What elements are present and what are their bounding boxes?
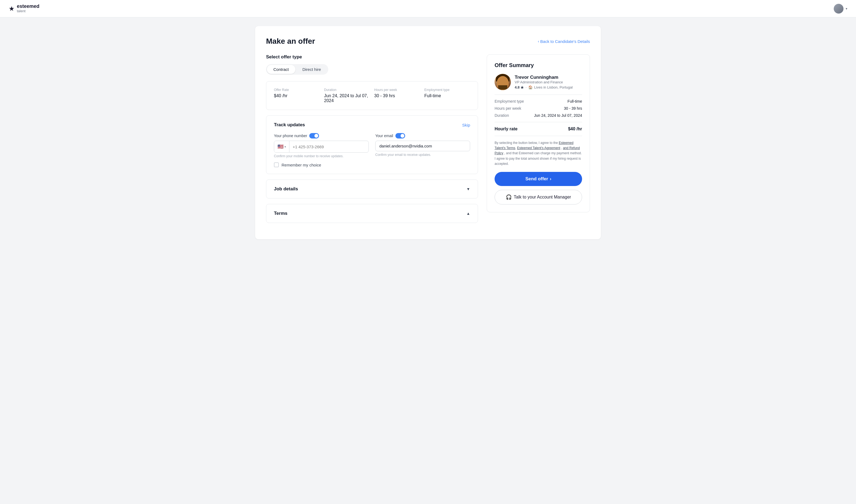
terms-link-2[interactable]: Esteemed Talent's Agreement <box>517 146 560 150</box>
separator: · <box>526 85 527 89</box>
rating-value: 4.8 <box>515 85 520 89</box>
summary-duration-value: Jun 24, 2024 to Jul 07, 2024 <box>534 113 582 118</box>
employment-type-value: Full-time <box>424 93 470 98</box>
candidate-row: Trevor Cunningham VP Administration and … <box>494 74 582 90</box>
logo-esteemed-label: esteemed <box>17 4 39 9</box>
logo: ★ esteemed talent <box>9 4 39 13</box>
email-toggle-switch[interactable] <box>396 133 405 139</box>
track-fields-row: Your phone number 🇺🇸 ▾ Confirm your <box>274 133 470 158</box>
candidate-name: Trevor Cunningham <box>515 75 573 80</box>
back-chevron-icon: ‹ <box>538 39 539 43</box>
phone-hint: Confirm your mobile number to receive up… <box>274 154 369 158</box>
offer-type-toggle-group: Contract Direct hire <box>266 64 328 75</box>
offer-details-box: Offer Rate $40 /hr Duration Jun 24, 2024… <box>266 81 478 110</box>
candidate-info: Trevor Cunningham VP Administration and … <box>515 75 573 90</box>
terms-text-4: , and that Esteemed can charge my paymen… <box>494 151 582 165</box>
account-manager-button[interactable]: 🎧 Talk to your Account Manager <box>494 190 582 204</box>
track-updates-header: Track updates Skip <box>274 122 470 128</box>
offer-summary-panel: Offer Summary Trevor Cunningham VP Admin… <box>487 54 590 212</box>
summary-duration-label: Duration <box>494 113 509 118</box>
candidate-avatar-inner <box>494 74 511 90</box>
terms-header[interactable]: Terms ▲ <box>274 211 470 216</box>
back-to-candidate-link[interactable]: ‹ Back to Candidate's Details <box>538 39 590 44</box>
offer-summary-title: Offer Summary <box>494 62 582 68</box>
terms-collapse-icon: ▲ <box>466 211 470 216</box>
remember-choice-checkbox[interactable] <box>274 162 279 167</box>
offer-rate-label: Offer Rate <box>274 88 320 92</box>
summary-rate-label: Hourly rate <box>494 127 518 131</box>
star-icon: ★ <box>520 85 524 90</box>
header: ★ esteemed talent ▾ <box>0 0 856 17</box>
email-field-label: Your email <box>375 133 393 138</box>
job-details-header[interactable]: Job details ▼ <box>274 186 470 192</box>
left-column: Select offer type Contract Direct hire O… <box>266 54 478 228</box>
skip-link[interactable]: Skip <box>462 123 470 127</box>
summary-hours-value: 30 - 39 hrs <box>564 106 582 110</box>
hours-value: 30 - 39 hrs <box>374 93 420 98</box>
summary-hours-label: Hours per week <box>494 106 521 110</box>
logo-talent-label: talent <box>17 9 39 13</box>
summary-employment-label: Employment type <box>494 99 524 104</box>
email-hint: Confirm your email to receive updates. <box>375 153 470 157</box>
summary-hours-row: Hours per week 30 - 39 hrs <box>494 106 582 110</box>
phone-toggle-switch[interactable] <box>309 133 319 139</box>
offer-rate-value: $40 /hr <box>274 93 320 98</box>
job-details-section: Job details ▼ <box>266 180 478 198</box>
summary-employment-row: Employment type Full-time <box>494 99 582 104</box>
employment-type-label: Employment type <box>424 88 470 92</box>
email-label-row: Your email <box>375 133 470 139</box>
main-card: Make an offer ‹ Back to Candidate's Deta… <box>255 26 601 239</box>
divider-1 <box>494 94 582 95</box>
candidate-rating: 4.8 ★ <box>515 85 524 90</box>
track-updates-title: Track updates <box>274 122 305 128</box>
divider-3 <box>494 136 582 136</box>
candidate-location: Lives in Lisbon, Portugal <box>534 85 573 89</box>
terms-text-3: , <box>561 146 563 150</box>
avatar <box>834 4 843 14</box>
job-details-title: Job details <box>274 186 298 192</box>
summary-employment-value: Full-time <box>567 99 582 104</box>
page-title: Make an offer <box>266 37 315 46</box>
employment-type-item: Employment type Full-time <box>424 88 470 103</box>
phone-input-wrapper: 🇺🇸 ▾ <box>274 141 369 152</box>
remember-choice-label: Remember my choice <box>281 163 321 167</box>
candidate-meta: 4.8 ★ · 🏠 Lives in Lisbon, Portugal <box>515 85 573 90</box>
direct-hire-toggle-button[interactable]: Direct hire <box>296 65 328 74</box>
logo-text: esteemed talent <box>17 4 39 13</box>
phone-flag-selector[interactable]: 🇺🇸 ▾ <box>274 141 290 152</box>
track-updates-section: Track updates Skip Your phone number <box>266 115 478 174</box>
candidate-role: VP Administration and Finance <box>515 80 573 84</box>
offer-type-section: Select offer type Contract Direct hire <box>266 54 478 75</box>
terms-agreement-text: By selecting the button below, I agree t… <box>494 140 582 166</box>
logo-star-icon: ★ <box>9 5 15 13</box>
offer-rate-item: Offer Rate $40 /hr <box>274 88 320 103</box>
content-layout: Select offer type Contract Direct hire O… <box>266 54 590 228</box>
hours-item: Hours per week 30 - 39 hrs <box>374 88 420 103</box>
divider-2 <box>494 122 582 122</box>
phone-field-label: Your phone number <box>274 133 307 138</box>
contract-toggle-button[interactable]: Contract <box>267 65 295 74</box>
location-icon: 🏠 <box>528 85 532 89</box>
phone-label-row: Your phone number <box>274 133 369 139</box>
user-menu[interactable]: ▾ <box>834 4 847 14</box>
duration-item: Duration Jun 24, 2024 to Jul 07, 2024 <box>324 88 370 103</box>
email-input[interactable] <box>375 141 470 151</box>
phone-input[interactable] <box>290 142 368 152</box>
hours-label: Hours per week <box>374 88 420 92</box>
account-manager-label: Talk to your Account Manager <box>514 195 571 200</box>
email-field-group: Your email Confirm your email to receive… <box>375 133 470 158</box>
send-offer-button[interactable]: Send offer › <box>494 172 582 186</box>
us-flag-icon: 🇺🇸 <box>277 144 283 150</box>
duration-label: Duration <box>324 88 370 92</box>
offer-type-label: Select offer type <box>266 54 478 60</box>
terms-section: Terms ▲ <box>266 204 478 223</box>
phone-field-group: Your phone number 🇺🇸 ▾ Confirm your <box>274 133 369 158</box>
summary-rate-row: Hourly rate $40 /hr <box>494 127 582 131</box>
phone-flag-chevron-icon: ▾ <box>284 145 286 148</box>
candidate-avatar <box>494 74 511 90</box>
page-content: Make an offer ‹ Back to Candidate's Deta… <box>249 17 607 248</box>
terms-title: Terms <box>274 211 287 216</box>
duration-value: Jun 24, 2024 to Jul 07, 2024 <box>324 93 370 103</box>
chevron-down-icon: ▾ <box>846 7 847 11</box>
main-header: Make an offer ‹ Back to Candidate's Deta… <box>266 37 590 46</box>
